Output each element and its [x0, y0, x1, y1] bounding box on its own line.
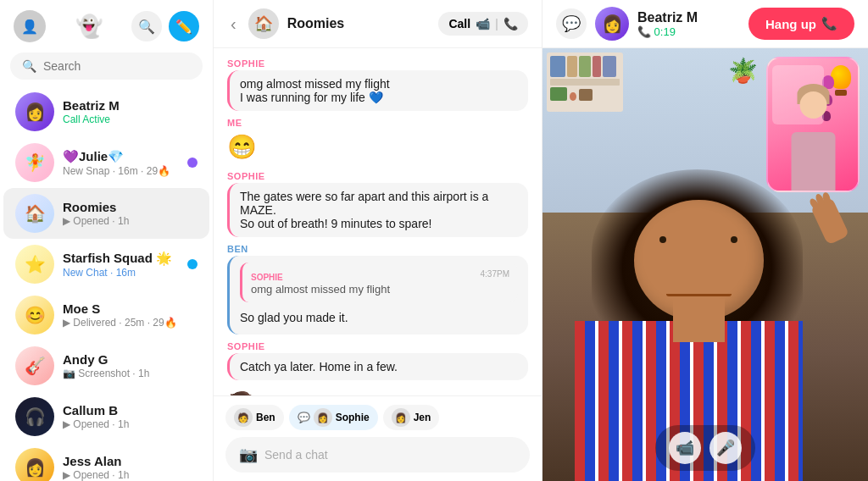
contact-status-callum: ▶ Opened · 1h	[63, 418, 198, 430]
contact-item-moe[interactable]: 😊 Moe S ▶ Delivered · 25m · 29🔥	[3, 290, 209, 340]
contact-item-roomies[interactable]: 🏠 Roomies ▶ Opened · 1h	[3, 188, 209, 239]
pip-person	[782, 78, 845, 191]
chat-icon-button[interactable]: 💬	[556, 8, 587, 39]
unread-indicator-julie	[187, 158, 198, 168]
contact-status-julie: New Snap · 16m · 29🔥	[63, 165, 179, 177]
footer-av-ben: 🧑	[234, 408, 253, 427]
call-timer: 📞 0:19	[637, 25, 740, 38]
search-input[interactable]	[43, 59, 191, 73]
mic-toggle-button[interactable]: 🎤	[709, 432, 742, 464]
chat-group-avatar: 🏠	[248, 8, 279, 39]
contact-name-roomies: Roomies	[63, 200, 198, 214]
message-6: 🧒	[227, 387, 528, 395]
avatar-callum: 🎧	[15, 397, 54, 436]
neck	[673, 299, 725, 342]
plant-decor: 🪴	[728, 57, 758, 85]
message-2: ME 😁	[227, 118, 528, 164]
snapchat-logo: 👻	[75, 14, 103, 40]
send-placeholder: Send a chat	[264, 448, 328, 462]
call-label: Call	[448, 17, 470, 30]
contact-item-jess[interactable]: 👩 Jess Alan ▶ Opened · 1h	[3, 442, 209, 481]
chat-header: ‹ 🏠 Roomies Call 📹 | 📞	[214, 0, 542, 48]
footer-avatar-ben[interactable]: 🧑 Ben	[225, 405, 284, 430]
compose-icon-btn[interactable]: ✏️	[169, 11, 199, 41]
contact-name-moe: Moe S	[63, 301, 198, 316]
message-3: SOPHIE The gates were so far apart and t…	[227, 171, 528, 237]
hangup-button[interactable]: Hang up 📞	[748, 8, 854, 40]
user-avatar[interactable]: 👤	[14, 10, 46, 42]
search-bar[interactable]: 🔍	[10, 53, 203, 80]
contact-name-starfish: Starfish Squad 🌟	[63, 251, 179, 266]
unread-indicator-starfish	[187, 259, 198, 269]
avatar-roomies: 🏠	[15, 194, 54, 233]
footer-avatars: 🧑 Ben 💬 👩 Sophie 👩 Jen	[225, 405, 530, 430]
footer-avatar-jen[interactable]: 👩 Jen	[383, 405, 440, 430]
contact-status-andy: 📷 Screenshot · 1h	[63, 368, 198, 379]
contact-info-jess: Jess Alan ▶ Opened · 1h	[63, 454, 198, 481]
contact-item-starfish[interactable]: ⭐ Starfish Squad 🌟 New Chat · 16m	[3, 239, 209, 290]
video-main: 🪴	[542, 48, 868, 481]
chat-panel: ‹ 🏠 Roomies Call 📹 | 📞 SOPHIE omg almost…	[214, 0, 542, 481]
contact-item-andy[interactable]: 🎸 Andy G 📷 Screenshot · 1h	[3, 340, 209, 391]
contact-item-julie[interactable]: 🧚 💜Julie💎 New Snap · 16m · 29🔥	[3, 137, 209, 188]
footer-av-jen: 👩	[392, 408, 410, 427]
contact-status-jess: ▶ Opened · 1h	[63, 469, 198, 481]
pip-video	[766, 57, 860, 192]
msg-sender-1: SOPHIE	[227, 58, 528, 69]
back-button[interactable]: ‹	[227, 14, 240, 34]
quoted-sender: SOPHIE4:37PM	[251, 269, 509, 283]
avatar-julie: 🧚	[15, 143, 54, 182]
sidebar-header: 👤 👻 🔍 ✏️	[0, 0, 213, 49]
search-icon: 🔍	[22, 59, 36, 73]
chat-messages: SOPHIE omg almost missed my flightI was …	[214, 48, 542, 395]
call-button[interactable]: Call 📹 | 📞	[438, 12, 528, 36]
header-icons: 🔍 ✏️	[131, 11, 199, 41]
contact-name-julie: 💜Julie💎	[63, 149, 179, 164]
main-video-feed: 🪴	[542, 48, 868, 481]
chat-footer: 🧑 Ben 💬 👩 Sophie 👩 Jen 📷 Send a chat	[214, 395, 542, 481]
audio-call-icon: 📞	[504, 17, 518, 30]
contact-info-moe: Moe S ▶ Delivered · 25m · 29🔥	[63, 301, 198, 329]
contact-info-callum: Callum B ▶ Opened · 1h	[63, 403, 198, 430]
footer-name-jen: Jen	[414, 412, 431, 423]
footer-name-sophie: Sophie	[336, 412, 370, 423]
msg-sender-2: ME	[227, 118, 528, 128]
search-icon-btn[interactable]: 🔍	[131, 11, 162, 41]
msg-sticker-6: 🧒	[227, 387, 528, 395]
avatar-moe: 😊	[15, 296, 54, 334]
contact-item-callum[interactable]: 🎧 Callum B ▶ Opened · 1h	[3, 391, 209, 442]
contact-info-julie: 💜Julie💎 New Snap · 16m · 29🔥	[63, 149, 179, 177]
quoted-text: omg almost missed my flight	[251, 283, 509, 296]
contact-status-roomies: ▶ Opened · 1h	[63, 215, 198, 227]
message-1: SOPHIE omg almost missed my flightI was …	[227, 58, 528, 111]
contact-status-beatriz: Call Active	[63, 113, 198, 125]
contact-name-jess: Jess Alan	[63, 454, 198, 468]
footer-avatar-sophie[interactable]: 💬 👩 Sophie	[289, 405, 378, 430]
msg-bubble-1: omg almost missed my flightI was running…	[227, 70, 528, 111]
contact-item-beatriz[interactable]: 👩 Beatriz M Call Active	[3, 86, 209, 137]
video-controls: 📹 🎤	[655, 425, 755, 471]
hangup-phone-icon: 📞	[821, 16, 837, 31]
bookshelf	[547, 53, 623, 112]
contact-name-callum: Callum B	[63, 403, 198, 417]
video-panel: 💬 👩 Beatriz M 📞 0:19 Hang up 📞	[542, 0, 868, 481]
footer-av-sophie: 👩	[314, 408, 332, 427]
send-bar[interactable]: 📷 Send a chat	[225, 437, 530, 473]
avatar-starfish: ⭐	[15, 245, 54, 284]
msg-sender-4: BEN	[227, 244, 528, 254]
contact-info-roomies: Roomies ▶ Opened · 1h	[63, 200, 198, 227]
pip-video-bg	[768, 58, 858, 191]
sidebar: 👤 👻 🔍 ✏️ 🔍 👩 Beatriz M Call Active 🧚 💜Ju…	[0, 0, 214, 481]
video-toggle-button[interactable]: 📹	[669, 432, 701, 464]
contact-info-beatriz: Beatriz M Call Active	[63, 98, 198, 125]
msg-emoji-2: 😁	[227, 130, 528, 164]
contact-status-starfish: New Chat · 16m	[63, 267, 179, 279]
avatar-andy: 🎸	[15, 346, 54, 385]
message-4: BEN SOPHIE4:37PM omg almost missed my fl…	[227, 244, 528, 334]
msg-sender-3: SOPHIE	[227, 171, 528, 181]
msg-bubble-3: The gates were so far apart and this air…	[227, 183, 528, 237]
msg-bubble-4: SOPHIE4:37PM omg almost missed my flight…	[227, 256, 528, 334]
chat-group-name: Roomies	[287, 16, 431, 31]
footer-chat-icon: 💬	[298, 412, 310, 423]
contact-name-beatriz: Beatriz M	[63, 98, 198, 113]
